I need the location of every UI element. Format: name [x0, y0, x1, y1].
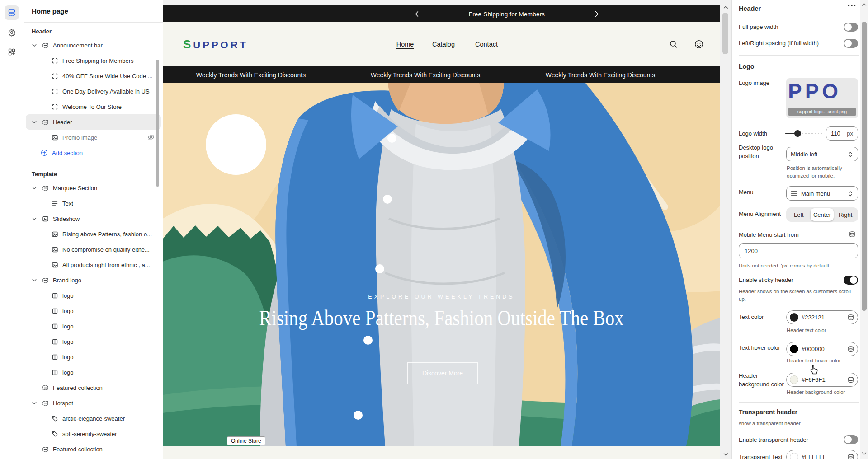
tree-item[interactable]: Hotspot	[26, 395, 161, 411]
store-logo[interactable]: SUPPORT	[183, 37, 248, 52]
scroll-up-icon[interactable]	[723, 5, 728, 9]
tree-item[interactable]: Marquee Section	[26, 180, 161, 196]
section-icon	[42, 400, 49, 407]
tree-item[interactable]: arctic-elegance-sweater	[26, 411, 161, 426]
text-hover-color-field[interactable]: #000000	[786, 342, 858, 356]
sticky-header-help: Header shows on the screen as customers …	[739, 288, 855, 303]
section-icon	[42, 277, 49, 284]
columns-icon	[52, 338, 58, 345]
tree-item[interactable]: logo	[26, 288, 161, 303]
alignment-center-option[interactable]: Center	[811, 208, 834, 221]
panel-scrollbar-thumb[interactable]	[862, 22, 867, 311]
tree-item[interactable]: logo	[26, 365, 161, 380]
nav-link[interactable]: Contact	[475, 41, 498, 48]
panel-scroll-up-icon[interactable]	[862, 3, 867, 6]
header-bg-color-field[interactable]: #F6F6F1	[786, 373, 858, 387]
sections-icon	[8, 9, 16, 17]
theme-settings-button[interactable]	[5, 25, 19, 40]
preview-scrollbar-thumb[interactable]	[722, 13, 728, 54]
tree-item[interactable]: Collections category	[26, 457, 161, 459]
eye-slash-icon[interactable]	[147, 134, 155, 141]
tag-icon	[52, 431, 58, 437]
tree-item[interactable]: Header	[26, 114, 161, 130]
tree-item[interactable]: soft-serenity-sweater	[26, 426, 161, 441]
account-icon[interactable]	[694, 39, 704, 50]
tree-item[interactable]: Rising above Patterns, fashion o...	[26, 226, 161, 242]
full-page-width-label: Full page width	[739, 23, 778, 30]
slider-knob[interactable]	[794, 130, 801, 137]
scroll-down-icon[interactable]	[723, 453, 728, 456]
tree-item[interactable]: logo	[26, 349, 161, 365]
tree-item[interactable]: Text	[26, 196, 161, 211]
full-page-width-toggle[interactable]	[844, 23, 858, 32]
divider	[739, 402, 859, 403]
tree-item[interactable]: Brand logo	[26, 272, 161, 288]
panel-scroll-down-icon[interactable]	[862, 452, 867, 455]
lr-spacing-toggle[interactable]	[844, 39, 858, 48]
online-store-badge: Online Store	[227, 436, 265, 445]
logo-width-input[interactable]: 110px	[826, 126, 858, 141]
hero-eyebrow: EXPLORE OUR WEEKLY TRENDS	[163, 294, 720, 300]
text-color-field[interactable]: #222121	[786, 310, 858, 324]
tree-item[interactable]: Featured collection	[26, 441, 161, 457]
tree-item[interactable]: Featured collection	[26, 380, 161, 395]
tree-item[interactable]: logo	[26, 303, 161, 318]
chevron-down-icon[interactable]	[32, 42, 42, 48]
alignment-right-option[interactable]: Right	[834, 208, 857, 221]
columns-icon	[52, 308, 58, 314]
tree-item[interactable]: No compromise on quality eithe...	[26, 242, 161, 257]
text-color-help: Header text color	[787, 327, 826, 334]
announcement-prev-arrow-icon[interactable]	[415, 11, 419, 17]
marquee-text: Weekly Trends With Exciting Discounts	[546, 71, 656, 79]
sections-sidebar: Home page Header Announcement bar Free S…	[24, 0, 163, 459]
app-embeds-button[interactable]	[5, 45, 19, 59]
tree-item[interactable]: Promo image	[26, 130, 161, 145]
tree-item[interactable]: Slideshow	[26, 211, 161, 226]
dynamic-source-icon[interactable]	[847, 314, 854, 321]
marquee-text: Weekly Trends With Exciting Discounts	[196, 71, 306, 79]
transparent-text-field[interactable]: #FFFFFF	[786, 450, 858, 459]
tree-item[interactable]: One Day Delivery Available in US	[26, 84, 161, 99]
tree-item[interactable]: All products right from ethnic , a...	[26, 257, 161, 272]
tree-item[interactable]: 40% OFF Store Wide Use Code ...	[26, 68, 161, 84]
sidebar-divider	[24, 164, 163, 164]
storefront-preview: Free Shipping for Members SUPPORT HomeCa…	[163, 5, 720, 459]
theme-editor: Home page Header Announcement bar Free S…	[0, 0, 868, 459]
dynamic-source-icon[interactable]	[847, 346, 854, 353]
chevron-down-icon[interactable]	[32, 277, 42, 283]
tree-item[interactable]: logo	[26, 334, 161, 349]
sidebar-scrollbar-thumb[interactable]	[156, 60, 159, 187]
columns-icon	[52, 292, 58, 299]
chevron-down-icon[interactable]	[32, 400, 42, 406]
dynamic-source-icon[interactable]	[847, 454, 854, 459]
more-options-icon[interactable]	[848, 5, 856, 7]
dynamic-source-icon[interactable]	[847, 376, 854, 384]
color-swatch	[790, 345, 798, 353]
discover-more-button[interactable]: Discover More	[407, 362, 478, 384]
chevron-down-icon[interactable]	[32, 185, 42, 191]
search-icon[interactable]	[669, 39, 679, 49]
tree-item[interactable]: logo	[26, 318, 161, 334]
mobile-menu-input[interactable]: 1200	[739, 243, 858, 258]
alignment-left-option[interactable]: Left	[787, 208, 811, 221]
add-section-button[interactable]: Add section	[24, 145, 163, 160]
logo-width-slider[interactable]	[785, 130, 824, 137]
tree-item[interactable]: Announcement bar	[26, 37, 161, 53]
nav-link[interactable]: Home	[396, 41, 414, 48]
enable-transparent-toggle[interactable]	[844, 435, 858, 444]
announcement-next-arrow-icon[interactable]	[595, 11, 599, 17]
logo-image-thumbnail[interactable]: PPO support-logo... arent.png	[786, 78, 858, 118]
sticky-header-toggle[interactable]	[844, 276, 858, 285]
chevron-down-icon[interactable]	[32, 215, 42, 222]
tree-item[interactable]: Welcome To Our Store	[26, 99, 161, 114]
tree-item[interactable]: Free Shipping for Members	[26, 53, 161, 68]
desktop-logo-position-select[interactable]: Middle left	[786, 147, 858, 161]
columns-icon	[52, 354, 58, 361]
menu-select[interactable]: Main menu	[786, 186, 858, 201]
menu-alignment-label: Menu Alignment	[739, 211, 781, 217]
chevron-down-icon[interactable]	[32, 119, 42, 125]
hero-slide: EXPLORE OUR WEEKLY TRENDS Rising Above P…	[163, 83, 720, 446]
sections-panel-button[interactable]	[5, 5, 19, 20]
dynamic-source-icon[interactable]	[849, 231, 856, 238]
nav-link[interactable]: Catalog	[432, 41, 455, 48]
